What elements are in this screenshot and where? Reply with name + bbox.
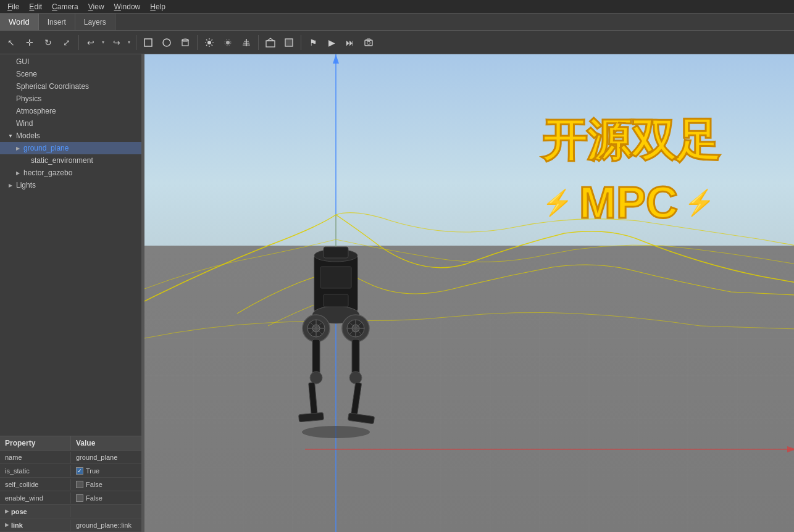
svg-line-11 bbox=[212, 39, 213, 41]
prop-col-property: Property bbox=[0, 436, 71, 450]
svg-point-4 bbox=[207, 41, 211, 44]
point-light-btn[interactable] bbox=[219, 34, 236, 51]
play-btn[interactable]: ▶ bbox=[323, 34, 340, 51]
sep5 bbox=[301, 35, 301, 50]
svg-marker-48 bbox=[333, 54, 339, 64]
cylinder-shape-btn[interactable] bbox=[177, 34, 194, 51]
prop-key-self-collide: self_collide bbox=[0, 479, 71, 490]
checkbox-is-static[interactable]: ✓ bbox=[76, 467, 83, 475]
property-header: Property Value bbox=[0, 436, 141, 451]
screenshot-btn[interactable] bbox=[360, 34, 377, 51]
svg-line-9 bbox=[206, 39, 207, 41]
tree-item-gui[interactable]: GUI bbox=[0, 56, 141, 68]
prop-value-name: ground_plane bbox=[71, 452, 141, 463]
svg-line-12 bbox=[206, 44, 207, 46]
tree-item-spherical-coordinates[interactable]: Spherical Coordinates bbox=[0, 80, 141, 93]
model-insert-btn[interactable] bbox=[262, 34, 279, 51]
tree-item-atmosphere[interactable]: Atmosphere bbox=[0, 105, 141, 117]
menu-file[interactable]: File bbox=[2, 1, 24, 12]
expand-hector[interactable]: ▶ bbox=[15, 170, 21, 176]
checkbox-self-collide[interactable] bbox=[76, 481, 83, 488]
redo-arrow[interactable]: ▾ bbox=[125, 34, 133, 51]
prop-row-self-collide[interactable]: self_collide False bbox=[0, 478, 141, 491]
checkbox-enable-wind[interactable] bbox=[76, 494, 83, 502]
expand-atmosphere bbox=[7, 108, 14, 114]
expand-ground-plane[interactable]: ▶ bbox=[15, 145, 21, 151]
expand-spherical bbox=[7, 83, 14, 89]
tab-layers[interactable]: Layers bbox=[75, 14, 115, 30]
expand-physics bbox=[7, 96, 14, 102]
redo-group: ↪ ▾ bbox=[108, 34, 133, 51]
actor-insert-btn[interactable] bbox=[280, 34, 298, 51]
flag-start-btn[interactable]: ⚑ bbox=[304, 34, 322, 51]
undo-arrow[interactable]: ▾ bbox=[99, 34, 107, 51]
expand-pose-icon: ▶ bbox=[5, 509, 9, 514]
property-panel: Property Value name ground_plane is_stat… bbox=[0, 436, 141, 532]
svg-line-10 bbox=[212, 44, 213, 46]
svg-rect-0 bbox=[144, 39, 152, 46]
prop-key-name: name bbox=[0, 452, 71, 463]
box-shape-btn[interactable] bbox=[140, 34, 157, 51]
svg-marker-20 bbox=[267, 38, 274, 41]
menu-camera[interactable]: Camera bbox=[47, 1, 83, 12]
expand-static-env bbox=[22, 157, 28, 164]
rotate-tool-btn[interactable]: ↻ bbox=[40, 34, 57, 51]
prop-row-name[interactable]: name ground_plane bbox=[0, 451, 141, 464]
prop-col-value: Value bbox=[71, 436, 141, 450]
world-tree: GUI Scene Spherical Coordinates Physics … bbox=[0, 54, 141, 436]
tree-item-scene[interactable]: Scene bbox=[0, 68, 141, 80]
svg-point-23 bbox=[367, 41, 370, 44]
step-btn[interactable]: ⏭ bbox=[341, 34, 359, 51]
tree-item-ground-plane[interactable]: ▶ ground_plane bbox=[0, 142, 141, 154]
spot-light-btn[interactable] bbox=[238, 34, 255, 51]
prop-value-self-collide: False bbox=[71, 479, 141, 490]
sep2 bbox=[136, 35, 136, 50]
tab-insert[interactable]: Insert bbox=[39, 14, 75, 30]
toolbar: ↖ ✛ ↻ ⤢ ↩ ▾ ↪ ▾ bbox=[0, 31, 794, 54]
prop-row-is-static[interactable]: is_static ✓ True bbox=[0, 464, 141, 478]
menu-window[interactable]: Window bbox=[109, 1, 146, 12]
undo-btn[interactable]: ↩ bbox=[82, 34, 99, 51]
prop-key-pose[interactable]: ▶ pose bbox=[0, 506, 71, 517]
prop-key-enable-wind: enable_wind bbox=[0, 493, 71, 504]
tab-bar: World Insert Layers bbox=[0, 14, 794, 31]
svg-point-13 bbox=[226, 41, 230, 44]
menu-bar: File Edit Camera View Window Help bbox=[0, 0, 794, 14]
expand-lights[interactable]: ▶ bbox=[7, 182, 14, 188]
prop-key-is-static: is_static bbox=[0, 465, 71, 476]
tree-item-wind[interactable]: Wind bbox=[0, 117, 141, 130]
menu-view[interactable]: View bbox=[83, 1, 109, 12]
tree-item-models[interactable]: ▼ Models bbox=[0, 130, 141, 142]
menu-edit[interactable]: Edit bbox=[24, 1, 47, 12]
prop-row-link[interactable]: ▶ link ground_plane::link bbox=[0, 518, 141, 532]
prop-row-enable-wind[interactable]: enable_wind False bbox=[0, 491, 141, 505]
tab-world[interactable]: World bbox=[0, 14, 39, 30]
viewport[interactable]: 开源双足 ⚡ MPC ⚡ bbox=[144, 54, 794, 532]
prop-key-link[interactable]: ▶ link bbox=[0, 520, 71, 531]
prop-value-enable-wind: False bbox=[71, 493, 141, 504]
translate-tool-btn[interactable]: ✛ bbox=[21, 34, 38, 51]
tree-item-physics[interactable]: Physics bbox=[0, 93, 141, 105]
expand-models[interactable]: ▼ bbox=[7, 133, 14, 139]
left-panel: GUI Scene Spherical Coordinates Physics … bbox=[0, 54, 142, 532]
prop-row-pose[interactable]: ▶ pose bbox=[0, 505, 141, 518]
menu-help[interactable]: Help bbox=[145, 1, 170, 12]
sep4 bbox=[258, 35, 259, 50]
scale-tool-btn[interactable]: ⤢ bbox=[58, 34, 75, 51]
svg-marker-49 bbox=[787, 446, 794, 452]
expand-wind bbox=[7, 120, 14, 127]
sun-light-btn[interactable] bbox=[201, 34, 218, 51]
svg-point-1 bbox=[163, 39, 170, 46]
sep3 bbox=[197, 35, 198, 50]
redo-btn[interactable]: ↪ bbox=[108, 34, 125, 51]
sphere-shape-btn[interactable] bbox=[158, 34, 175, 51]
prop-value-is-static: ✓ True bbox=[71, 465, 141, 476]
select-tool-btn[interactable]: ↖ bbox=[2, 34, 20, 51]
tree-item-static-environment[interactable]: static_environment bbox=[0, 154, 141, 167]
tree-item-hector-gazebo[interactable]: ▶ hector_gazebo bbox=[0, 167, 141, 179]
svg-rect-21 bbox=[285, 39, 293, 46]
sep1 bbox=[78, 35, 79, 50]
expand-gui bbox=[7, 59, 14, 65]
prop-value-pose bbox=[71, 510, 141, 513]
tree-item-lights[interactable]: ▶ Lights bbox=[0, 179, 141, 191]
